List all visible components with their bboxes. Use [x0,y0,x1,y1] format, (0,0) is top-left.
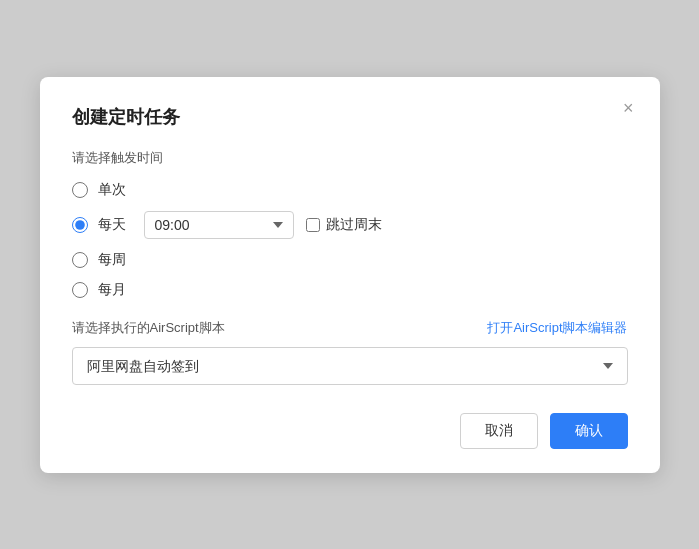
radio-weekly-label[interactable]: 每周 [98,251,126,269]
close-button[interactable]: × [617,97,640,119]
radio-weekly[interactable] [72,252,88,268]
skip-weekend-label[interactable]: 跳过周末 [326,216,382,234]
script-section-label: 请选择执行的AirScript脚本 [72,319,225,337]
trigger-section-label: 请选择触发时间 [72,149,628,167]
time-select-wrapper: 09:00 10:00 11:00 跳过周末 [144,211,382,239]
dialog: 创建定时任务 × 请选择触发时间 单次 每天 09:00 10:00 11:00 [40,77,660,473]
dialog-title: 创建定时任务 [72,105,628,129]
script-select[interactable]: 阿里网盘自动签到 [72,347,628,385]
script-section-header: 请选择执行的AirScript脚本 打开AirScript脚本编辑器 [72,319,628,337]
dialog-overlay: 创建定时任务 × 请选择触发时间 单次 每天 09:00 10:00 11:00 [0,0,699,549]
script-section: 请选择执行的AirScript脚本 打开AirScript脚本编辑器 阿里网盘自… [72,319,628,385]
skip-weekend-wrapper: 跳过周末 [306,216,382,234]
radio-row-monthly: 每月 [72,281,628,299]
radio-daily-label[interactable]: 每天 [98,216,126,234]
radio-group: 单次 每天 09:00 10:00 11:00 跳过周末 [72,181,628,299]
radio-once[interactable] [72,182,88,198]
radio-row-once: 单次 [72,181,628,199]
skip-weekend-checkbox[interactable] [306,218,320,232]
radio-once-label[interactable]: 单次 [98,181,126,199]
radio-monthly-label[interactable]: 每月 [98,281,126,299]
radio-row-weekly: 每周 [72,251,628,269]
cancel-button[interactable]: 取消 [460,413,538,449]
dialog-footer: 取消 确认 [72,413,628,449]
radio-monthly[interactable] [72,282,88,298]
radio-row-daily: 每天 09:00 10:00 11:00 跳过周末 [72,211,628,239]
time-select[interactable]: 09:00 10:00 11:00 [144,211,294,239]
radio-daily[interactable] [72,217,88,233]
open-editor-link[interactable]: 打开AirScript脚本编辑器 [487,319,627,337]
confirm-button[interactable]: 确认 [550,413,628,449]
